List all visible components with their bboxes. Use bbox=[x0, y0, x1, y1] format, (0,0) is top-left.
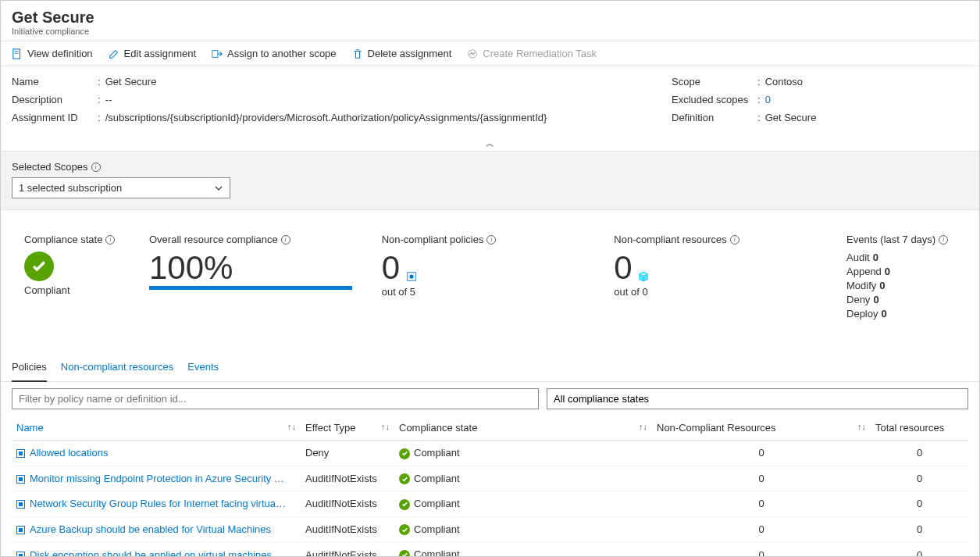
noncompliant-cell: 0 bbox=[652, 441, 871, 466]
table-row: Monitor missing Endpoint Protection in A… bbox=[12, 466, 968, 491]
info-icon[interactable]: i bbox=[730, 235, 739, 245]
noncompliant-policies-value: 0 bbox=[382, 249, 400, 286]
total-cell: 0 bbox=[871, 491, 968, 517]
effect-cell: AuditIfNotExists bbox=[301, 516, 394, 542]
event-item: Append0 bbox=[846, 266, 956, 277]
event-item: Modify0 bbox=[846, 280, 956, 291]
definition-value: Get Secure bbox=[765, 112, 817, 123]
total-cell: 0 bbox=[871, 441, 968, 466]
policy-name-cell[interactable]: Allowed locations bbox=[12, 441, 301, 466]
policy-icon bbox=[16, 526, 25, 534]
assignment-id-value: /subscriptions/{subscriptionId}/provider… bbox=[105, 112, 547, 123]
event-item: Deny0 bbox=[846, 294, 956, 305]
selected-scopes-label: Selected Scopes bbox=[12, 161, 88, 173]
view-definition-button[interactable]: View definition bbox=[12, 48, 93, 59]
overall-compliance-value: 100% bbox=[149, 252, 366, 284]
table-row: Azure Backup should be enabled for Virtu… bbox=[12, 516, 968, 542]
table-row: Allowed locationsDenyCompliant00 bbox=[12, 441, 968, 466]
col-total: Total resources bbox=[871, 416, 968, 441]
excluded-scopes-label: Excluded scopes bbox=[672, 94, 757, 105]
name-value: Get Secure bbox=[105, 76, 157, 87]
tab-events[interactable]: Events bbox=[187, 353, 219, 381]
compliant-check-icon bbox=[399, 524, 410, 535]
compliant-check-icon bbox=[399, 550, 410, 557]
noncompliant-cell: 0 bbox=[652, 491, 871, 517]
effect-cell: Deny bbox=[301, 441, 394, 466]
tab-policies[interactable]: Policies bbox=[12, 353, 47, 382]
svg-rect-0 bbox=[13, 48, 20, 58]
col-name[interactable]: Name↑↓ bbox=[12, 416, 301, 441]
col-effect[interactable]: Effect Type↑↓ bbox=[301, 416, 394, 441]
policy-name-cell[interactable]: Azure Backup should be enabled for Virtu… bbox=[12, 516, 301, 542]
table-row: Network Security Group Rules for Interne… bbox=[12, 491, 968, 517]
edit-assignment-button[interactable]: Edit assignment bbox=[109, 48, 197, 59]
total-cell: 0 bbox=[871, 542, 968, 557]
cube-icon bbox=[638, 271, 649, 282]
events-title: Events (last 7 days) bbox=[846, 234, 935, 245]
scope-value: Contoso bbox=[765, 76, 803, 87]
svg-rect-3 bbox=[212, 50, 218, 57]
noncompliant-policies-title: Non-compliant policies bbox=[382, 234, 484, 245]
name-label: Name bbox=[12, 76, 98, 87]
policy-icon bbox=[16, 475, 25, 484]
tab-noncompliant-resources[interactable]: Non-compliant resources bbox=[61, 353, 174, 381]
pencil-icon bbox=[109, 48, 119, 59]
overall-compliance-title: Overall resource compliance bbox=[149, 234, 278, 245]
noncompliant-cell: 0 bbox=[652, 466, 871, 491]
filter-policy-input[interactable] bbox=[12, 388, 539, 409]
info-icon[interactable]: i bbox=[105, 235, 115, 245]
scope-label: Scope bbox=[672, 76, 757, 87]
col-noncompliant[interactable]: Non-Compliant Resources↑↓ bbox=[652, 416, 871, 441]
noncompliant-cell: 0 bbox=[652, 516, 871, 542]
page-title: Get Secure bbox=[12, 9, 968, 27]
compliant-check-icon bbox=[399, 499, 410, 510]
document-icon bbox=[12, 48, 23, 59]
compliant-check-icon bbox=[399, 473, 410, 484]
info-icon[interactable]: i bbox=[939, 235, 948, 245]
excluded-scopes-value[interactable]: 0 bbox=[765, 94, 771, 105]
compliance-cell: Compliant bbox=[394, 516, 652, 542]
trash-icon bbox=[352, 48, 363, 59]
compliance-state-title: Compliance state bbox=[24, 234, 102, 245]
policy-icon bbox=[16, 552, 25, 557]
info-icon[interactable]: i bbox=[486, 235, 496, 245]
effect-cell: AuditIfNotExists bbox=[301, 491, 394, 517]
compliant-check-icon bbox=[399, 448, 410, 459]
event-item: Audit0 bbox=[846, 252, 956, 263]
chevron-down-icon bbox=[214, 184, 223, 193]
policy-icon bbox=[16, 500, 25, 509]
compliance-state-filter[interactable] bbox=[547, 388, 968, 409]
compliance-cell: Compliant bbox=[394, 491, 652, 517]
effect-cell: AuditIfNotExists bbox=[301, 542, 394, 557]
description-value: -- bbox=[105, 94, 112, 105]
policy-name-cell[interactable]: Disk encryption should be applied on vir… bbox=[12, 542, 301, 557]
description-label: Description bbox=[12, 94, 98, 105]
noncompliant-policies-sub: out of 5 bbox=[382, 286, 599, 298]
policy-name-cell[interactable]: Monitor missing Endpoint Protection in A… bbox=[12, 466, 301, 491]
compliance-progress-bar bbox=[149, 286, 352, 290]
scopes-dropdown[interactable]: 1 selected subscription bbox=[12, 177, 230, 198]
collapse-details-button[interactable]: ︽ bbox=[1, 136, 979, 151]
compliance-state-value: Compliant bbox=[24, 284, 134, 296]
compliant-check-icon bbox=[24, 252, 54, 281]
policies-table: Name↑↓ Effect Type↑↓ Compliance state↑↓ … bbox=[12, 416, 968, 557]
policy-name-cell[interactable]: Network Security Group Rules for Interne… bbox=[12, 491, 301, 517]
assign-scope-button[interactable]: Assign to another scope bbox=[212, 48, 336, 59]
compliance-cell: Compliant bbox=[394, 466, 652, 491]
total-cell: 0 bbox=[871, 466, 968, 491]
compliance-cell: Compliant bbox=[394, 441, 652, 466]
compliance-cell: Compliant bbox=[394, 542, 652, 557]
page-subtitle: Initiative compliance bbox=[12, 27, 968, 36]
definition-label: Definition bbox=[672, 112, 757, 123]
effect-cell: AuditIfNotExists bbox=[301, 466, 394, 491]
info-icon[interactable]: i bbox=[281, 235, 290, 245]
info-icon[interactable]: i bbox=[91, 162, 101, 172]
noncompliant-resources-sub: out of 0 bbox=[614, 286, 831, 298]
table-row: Disk encryption should be applied on vir… bbox=[12, 542, 968, 557]
assignment-id-label: Assignment ID bbox=[12, 112, 98, 123]
delete-assignment-button[interactable]: Delete assignment bbox=[352, 48, 452, 59]
svg-point-6 bbox=[409, 274, 413, 278]
col-compliance[interactable]: Compliance state↑↓ bbox=[394, 416, 652, 441]
total-cell: 0 bbox=[871, 516, 968, 542]
noncompliant-resources-title: Non-compliant resources bbox=[614, 234, 727, 245]
